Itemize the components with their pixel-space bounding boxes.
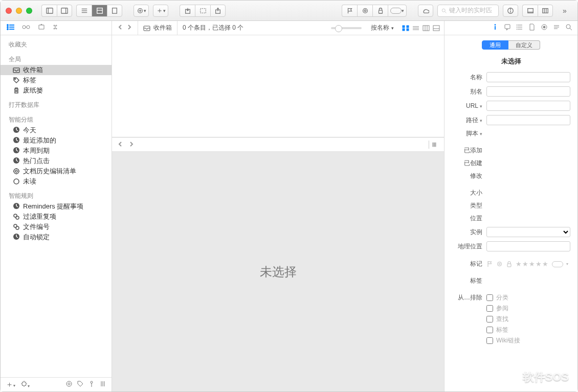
view-cover-button[interactable] — [432, 24, 441, 32]
sidebar-item-history[interactable]: 文档历史编辑清单 — [1, 166, 112, 176]
overflow-button[interactable]: » — [557, 5, 572, 17]
svg-rect-7 — [97, 8, 102, 13]
item-list[interactable] — [112, 35, 444, 137]
inspector-tab-text[interactable] — [553, 24, 560, 32]
marks-row[interactable]: ★★★★★ ▾ — [486, 260, 568, 268]
sidebar-mode-import[interactable] — [37, 24, 46, 32]
toggle-preview-button[interactable] — [57, 5, 72, 17]
svg-point-89 — [517, 27, 517, 28]
svg-point-23 — [510, 9, 511, 9]
flag-button[interactable] — [342, 5, 357, 17]
sidebar-pin-icon[interactable] — [88, 380, 95, 389]
inspector-tab-search[interactable] — [565, 24, 572, 32]
sidebar-mode-read[interactable] — [22, 24, 30, 32]
exclude-find[interactable]: 查找 — [486, 315, 528, 324]
breadcrumb[interactable]: 收件箱 — [138, 21, 177, 35]
close-window-button[interactable] — [6, 8, 12, 14]
exclude-tag[interactable]: 标签 — [486, 326, 528, 334]
sidebar-item-dupes[interactable]: 过滤重复项 — [1, 212, 112, 222]
svg-point-88 — [517, 25, 517, 26]
sidebar-target-icon[interactable] — [65, 380, 73, 389]
sidebar-item-today[interactable]: 今天 — [1, 125, 112, 135]
reader-button[interactable] — [522, 5, 538, 17]
sidebar-settings-button[interactable]: ▾ — [20, 380, 30, 389]
zoom-slider[interactable] — [331, 27, 362, 29]
field-url[interactable] — [486, 101, 570, 111]
sidebar-columns-icon[interactable] — [99, 380, 106, 389]
svg-point-35 — [23, 26, 26, 29]
field-alias[interactable] — [486, 86, 570, 97]
lock-button[interactable] — [372, 5, 388, 17]
exclude-classify[interactable]: 分类 — [486, 293, 528, 302]
preview-back-button[interactable] — [117, 140, 123, 149]
sidebar-item-unread[interactable]: 未读 — [1, 176, 112, 187]
view-icons-button[interactable] — [401, 24, 410, 32]
field-geo[interactable] — [486, 241, 570, 251]
sidebar-item-autolock[interactable]: 自动锁定 — [1, 232, 112, 242]
share-button[interactable] — [210, 5, 226, 17]
section-favorites: 收藏夹 — [1, 35, 112, 50]
sidebar-item-numbering[interactable]: 文件编号 — [1, 222, 112, 232]
sidebar-add-button[interactable]: ＋▾ — [6, 380, 15, 389]
svg-rect-26 — [543, 8, 548, 13]
minimize-window-button[interactable] — [16, 8, 22, 14]
zoom-window-button[interactable] — [26, 8, 32, 14]
new-menu-button[interactable]: ＋▾ — [153, 5, 168, 17]
view-columns-button[interactable] — [421, 24, 431, 32]
view-list-button[interactable] — [76, 5, 92, 17]
inspector-tab-toc[interactable] — [516, 24, 523, 32]
sidebar-item-trash[interactable]: 废纸篓 — [1, 85, 112, 96]
svg-point-83 — [495, 25, 496, 26]
view-split-button[interactable] — [92, 5, 107, 17]
sidebar-tag-icon[interactable] — [77, 380, 84, 389]
label-button[interactable]: ▾ — [388, 5, 407, 17]
field-path[interactable] — [486, 115, 570, 125]
sync-button[interactable] — [418, 5, 433, 17]
sidebar-item-due[interactable]: 本周到期 — [1, 146, 112, 156]
nav-back-button[interactable] — [117, 24, 123, 32]
toolbar-search[interactable]: 键入时的实时匹 — [437, 5, 499, 17]
view-document-button[interactable] — [107, 5, 122, 17]
columns-button[interactable] — [538, 5, 553, 17]
svg-point-96 — [566, 25, 570, 29]
svg-rect-2 — [61, 8, 68, 13]
sidebar-item-tags[interactable]: 标签 — [1, 75, 112, 85]
unread-button[interactable] — [357, 5, 372, 17]
svg-rect-0 — [46, 8, 52, 13]
capture-button[interactable] — [195, 5, 210, 17]
toggle-sidebar-button[interactable] — [41, 5, 57, 17]
svg-point-98 — [498, 262, 502, 266]
sidebar-item-reminders[interactable]: Reminders 提醒事项 — [1, 201, 112, 212]
inspector-subtab-general[interactable]: 通用 — [482, 40, 508, 50]
sort-menu[interactable]: 按名称▾ — [367, 24, 398, 32]
inspector-subtab-custom[interactable]: 自定义 — [508, 40, 540, 50]
svg-point-38 — [54, 25, 55, 26]
sidebar-mode-extras[interactable] — [53, 24, 61, 32]
info-button[interactable] — [503, 5, 518, 17]
exclude-wiki[interactable]: Wiki链接 — [486, 336, 528, 345]
sidebar-mode-list[interactable] — [7, 24, 15, 32]
sidebar-item-inbox[interactable]: 收件箱 — [1, 65, 112, 75]
svg-rect-9 — [113, 8, 117, 13]
svg-point-56 — [16, 226, 19, 229]
sidebar-item-recent[interactable]: 最近添加的 — [1, 135, 112, 146]
svg-point-44 — [15, 79, 16, 80]
circle-icon — [496, 261, 503, 267]
inspector-tab-info[interactable] — [492, 24, 499, 32]
nav-forward-button[interactable] — [126, 24, 132, 32]
svg-point-92 — [543, 26, 545, 28]
preview-columns-icon[interactable] — [429, 141, 439, 149]
field-instance[interactable] — [486, 227, 570, 237]
inspector-tab-annot[interactable] — [504, 24, 511, 32]
inspector-tab-ai[interactable] — [541, 24, 548, 32]
inspector-tab-doc[interactable] — [528, 24, 536, 32]
view-list2-button[interactable] — [411, 24, 420, 32]
field-name[interactable] — [486, 72, 570, 82]
svg-rect-68 — [407, 26, 409, 28]
exclude-see[interactable]: 参阅 — [486, 304, 528, 313]
action-menu-button[interactable]: ▾ — [134, 5, 149, 17]
sidebar-item-hot[interactable]: 热门点击 — [1, 156, 112, 166]
preview-forward-button[interactable] — [128, 140, 135, 149]
import-button[interactable] — [180, 5, 195, 17]
watermark: 软件SOS — [506, 370, 569, 385]
